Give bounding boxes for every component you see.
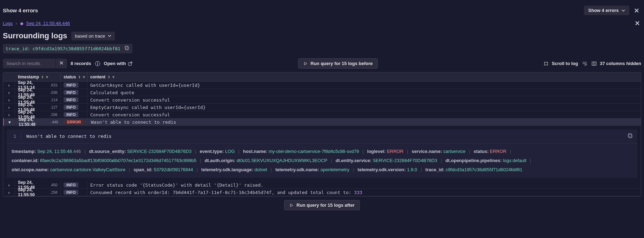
target-icon (543, 61, 549, 66)
chevron-icon: › (8, 105, 9, 110)
separator: | (437, 157, 445, 165)
separator: | (327, 157, 335, 165)
cell-status: ERROR (61, 118, 88, 126)
copy-icon (627, 133, 633, 139)
separator: | (193, 166, 201, 174)
separator: | (81, 148, 89, 155)
expand-toggle[interactable]: › (3, 96, 15, 103)
close-icon (59, 61, 64, 65)
sort-icon: ▲▼ (107, 75, 110, 79)
separator: | (465, 148, 473, 155)
table-row[interactable]: › Sep 24, 11:55:48.127 INFO EmptyCartAsy… (3, 104, 641, 111)
breadcrumb-current[interactable]: Sep 24, 11:55:48.446 (26, 21, 70, 26)
play-icon (303, 62, 308, 66)
separator: | (506, 148, 514, 155)
kv-pair[interactable]: service.name: cartservice (412, 148, 465, 155)
surrounding-title: Surrounding logs (3, 31, 67, 40)
copy-detail-button[interactable] (627, 133, 633, 140)
kv-pair[interactable]: dt.auth.origin: dt0c01.5EKVUXUXQAJHDUXWW… (205, 157, 328, 165)
expand-toggle[interactable]: › (3, 181, 15, 188)
page-title: Show 4 errors (3, 7, 38, 13)
detail-text: Wasn't able to connect to redis (21, 134, 627, 139)
show-errors-label: Show 4 errors (588, 8, 619, 13)
close-panel-button[interactable] (633, 19, 641, 27)
open-with-button[interactable]: Open with (104, 61, 133, 66)
kv-pair[interactable]: event.type: LOG (200, 148, 235, 155)
kv-pair[interactable]: status: ERROR (474, 148, 506, 155)
chevron-down-icon[interactable]: ▾ (83, 75, 85, 79)
record-count: 8 records (71, 61, 91, 66)
separator: | (267, 166, 275, 174)
status-badge: INFO (64, 182, 78, 187)
chevron-icon: › (8, 97, 9, 103)
expand-toggle[interactable]: › (3, 82, 15, 89)
breadcrumb-root[interactable]: Logs (3, 21, 13, 26)
search-input[interactable] (3, 59, 55, 68)
expand-toggle[interactable]: › (3, 89, 15, 96)
scroll-to-log-button[interactable]: Scroll to log (543, 61, 578, 66)
run-after-button[interactable]: Run query for 15 logs after (284, 200, 360, 210)
kv-pair[interactable]: span_id: 53792dbf39176844 (134, 166, 193, 174)
kv-block: timestamp: Sep 24, 11:55:48.446|dt.sourc… (7, 143, 637, 178)
table-row[interactable]: › Sep 24, 11:55:48.450 INFO Error status… (3, 181, 641, 189)
kv-pair[interactable]: trace_id: c9fdcd3a1957c38d855f71d6024bbf… (425, 166, 522, 174)
svg-rect-6 (545, 62, 547, 65)
cell-content: GetCartAsync called with userId={userId} (87, 82, 641, 89)
kv-pair[interactable]: host.name: my-otel-demo-cartservice-7f8d… (243, 148, 359, 155)
close-button[interactable] (633, 7, 640, 14)
table-row[interactable]: › Sep 24, 11:55:48.206 INFO Convert conv… (3, 111, 641, 118)
mode-dropdown[interactable]: based on trace (71, 32, 115, 40)
chevron-down-icon[interactable]: ▾ (46, 75, 48, 79)
separator: | (349, 166, 357, 174)
table-row[interactable]: › Sep 24, 11:55:48.114 INFO Convert conv… (3, 96, 641, 104)
copy-trace-button[interactable] (125, 46, 130, 52)
log-table: timestamp ▲▼ ▾ status ▲▼ ▾ content ▲▼ ▾ … (3, 72, 641, 197)
th-status[interactable]: status ▲▼ ▾ (61, 72, 87, 81)
scroll-label: Scroll to log (552, 61, 578, 66)
close-icon (635, 21, 640, 26)
cell-status: INFO (61, 96, 87, 103)
status-badge: INFO (64, 97, 78, 102)
cell-status: INFO (61, 181, 87, 188)
kv-pair[interactable]: loglevel: ERROR (367, 148, 403, 155)
kv-pair[interactable]: timestamp: Sep 24, 11:55:48.446 (12, 148, 81, 155)
trace-chip: trace_id: c9fdcd3a1957c38d855f71d6024bbf… (3, 44, 132, 53)
kv-pair[interactable]: telemetry.sdk.version: 1.9.0 (357, 166, 417, 174)
kv-pair[interactable]: dt.entity.service: SERVICE-232684F70D4B7… (336, 157, 437, 165)
columns-hidden-button[interactable]: 37 columns hidden (591, 61, 641, 66)
chevron-icon: › (8, 83, 9, 88)
show-errors-button[interactable]: Show 4 errors (584, 6, 629, 15)
table-row[interactable]: ▾ Sep 24, 11:55:48.446 ERROR Wasn't able… (3, 118, 641, 126)
status-badge: INFO (64, 90, 78, 95)
kv-pair[interactable]: dt.source_entity: SERVICE-232684F70D4B76… (89, 148, 192, 155)
expand-toggle[interactable]: › (3, 104, 15, 111)
separator: | (196, 157, 204, 165)
kv-pair[interactable]: telemetry.sdk.language: dotnet (201, 166, 267, 174)
cell-status: INFO (61, 82, 87, 89)
expand-toggle[interactable]: ▾ (4, 118, 16, 126)
wrap-button[interactable] (581, 60, 588, 67)
run-before-button[interactable]: Run query for 15 logs before (298, 58, 378, 69)
open-with-label: Open with (104, 61, 126, 66)
table-row[interactable]: › Sep 24, 11:55:50.258 INFO Consumed rec… (3, 189, 641, 196)
svg-rect-0 (126, 47, 129, 50)
separator: | (403, 148, 412, 155)
expand-toggle[interactable]: › (3, 111, 15, 118)
cell-status: INFO (61, 189, 87, 196)
th-status-label: status (64, 75, 76, 79)
kv-pair[interactable]: container.id: 6faec9c2a266963a5badf13bf0… (12, 157, 196, 165)
cell-status: INFO (61, 104, 87, 111)
info-icon[interactable] (95, 61, 100, 66)
open-external-icon (128, 61, 133, 66)
th-content[interactable]: content ▲▼ ▾ (87, 72, 641, 81)
kv-pair[interactable]: otel.scope.name: cartservice.cartstore.V… (12, 166, 125, 174)
table-row[interactable]: › Sep 24, 11:51:14.815 INFO GetCartAsync… (3, 82, 641, 89)
kv-pair[interactable]: dt.openpipeline.pipelines: logs:default (445, 157, 526, 165)
kv-pair[interactable]: telemetry.sdk.name: opentelemetry (275, 166, 349, 174)
separator: | (191, 148, 199, 155)
table-row[interactable]: › Sep 24, 11:55:48.036 INFO Calculated q… (3, 89, 641, 96)
expand-toggle[interactable]: › (3, 189, 15, 196)
run-before-label: Run query for 15 logs before (310, 61, 373, 66)
chevron-down-icon[interactable]: ▾ (112, 75, 114, 79)
search-clear-button[interactable] (55, 59, 67, 68)
